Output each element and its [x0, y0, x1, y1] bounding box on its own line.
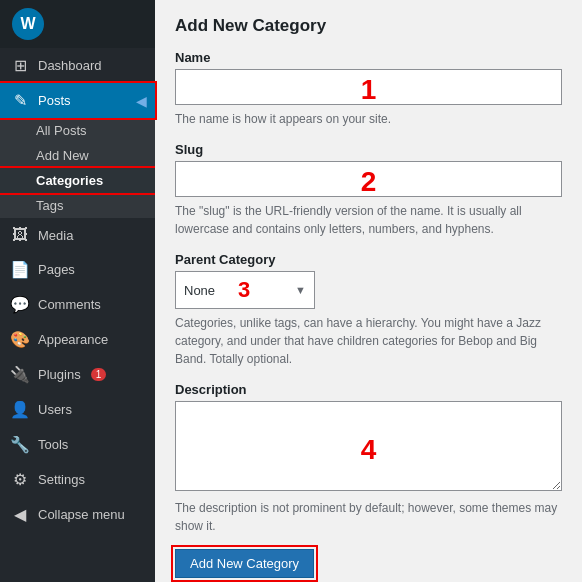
sidebar-item-label: Pages: [38, 262, 75, 277]
sidebar-item-label: Plugins: [38, 367, 81, 382]
slug-label: Slug: [175, 142, 562, 157]
sidebar-item-label: Dashboard: [38, 58, 102, 73]
sidebar-item-categories[interactable]: Categories: [0, 168, 155, 193]
parent-hint: Categories, unlike tags, can have a hier…: [175, 314, 562, 368]
users-icon: 👤: [10, 400, 30, 419]
sidebar-item-add-new[interactable]: Add New: [0, 143, 155, 168]
sidebar-item-label: Media: [38, 228, 73, 243]
name-input[interactable]: [175, 69, 562, 105]
name-label: Name: [175, 50, 562, 65]
name-hint: The name is how it appears on your site.: [175, 110, 562, 128]
parent-select-wrapper[interactable]: None 3 ▼: [175, 271, 315, 309]
posts-icon: ✎: [10, 91, 30, 110]
tools-icon: 🔧: [10, 435, 30, 454]
slug-input-wrapper: 2: [175, 161, 562, 202]
slug-input[interactable]: [175, 161, 562, 197]
sidebar-item-plugins[interactable]: 🔌 Plugins 1: [0, 357, 155, 392]
name-input-wrapper: 1: [175, 69, 562, 110]
description-label: Description: [175, 382, 562, 397]
sidebar-item-posts[interactable]: ✎ Posts ◀: [0, 83, 155, 118]
sidebar-item-label: Posts: [38, 93, 71, 108]
sidebar-item-collapse[interactable]: ◀ Collapse menu: [0, 497, 155, 532]
sidebar-item-pages[interactable]: 📄 Pages: [0, 252, 155, 287]
parent-number: 3: [238, 277, 250, 303]
sidebar-item-dashboard[interactable]: ⊞ Dashboard: [0, 48, 155, 83]
sidebar-item-tools[interactable]: 🔧 Tools: [0, 427, 155, 462]
sidebar-item-label: Collapse menu: [38, 507, 125, 522]
parent-field-group: Parent Category None 3 ▼ Categories, unl…: [175, 252, 562, 368]
appearance-icon: 🎨: [10, 330, 30, 349]
wp-logo-icon: W: [12, 8, 44, 40]
sidebar-item-settings[interactable]: ⚙ Settings: [0, 462, 155, 497]
description-textarea-wrapper: 4: [175, 401, 562, 499]
parent-label: Parent Category: [175, 252, 562, 267]
description-field-group: Description 4 The description is not pro…: [175, 382, 562, 535]
settings-icon: ⚙: [10, 470, 30, 489]
media-icon: 🖼: [10, 226, 30, 244]
sidebar-item-appearance[interactable]: 🎨 Appearance: [0, 322, 155, 357]
sidebar-item-label: Users: [38, 402, 72, 417]
add-category-button[interactable]: Add New Category: [175, 549, 314, 578]
page-title: Add New Category: [175, 16, 562, 36]
sidebar-item-tags[interactable]: Tags: [0, 193, 155, 218]
collapse-icon: ◀: [10, 505, 30, 524]
sidebar-item-comments[interactable]: 💬 Comments: [0, 287, 155, 322]
sidebar-item-all-posts[interactable]: All Posts: [0, 118, 155, 143]
dashboard-icon: ⊞: [10, 56, 30, 75]
select-arrow-icon: ▼: [295, 284, 306, 296]
posts-expand-icon: ◀: [136, 93, 147, 109]
sidebar-item-users[interactable]: 👤 Users: [0, 392, 155, 427]
sidebar-item-label: Appearance: [38, 332, 108, 347]
plugins-icon: 🔌: [10, 365, 30, 384]
posts-submenu: All Posts Add New Categories Tags: [0, 118, 155, 218]
comments-icon: 💬: [10, 295, 30, 314]
slug-field-group: Slug 2 The "slug" is the URL-friendly ve…: [175, 142, 562, 238]
sidebar-item-label: Comments: [38, 297, 101, 312]
sidebar-item-label: Tools: [38, 437, 68, 452]
name-field-group: Name 1 The name is how it appears on you…: [175, 50, 562, 128]
wp-logo-area: W: [0, 0, 155, 48]
parent-select[interactable]: None: [184, 283, 234, 298]
description-hint: The description is not prominent by defa…: [175, 499, 562, 535]
sidebar: W ⊞ Dashboard ✎ Posts ◀ All Posts Add Ne…: [0, 0, 155, 582]
slug-hint: The "slug" is the URL-friendly version o…: [175, 202, 562, 238]
pages-icon: 📄: [10, 260, 30, 279]
description-input[interactable]: [175, 401, 562, 491]
main-content: Add New Category Name 1 The name is how …: [155, 0, 582, 582]
sidebar-item-label: Settings: [38, 472, 85, 487]
sidebar-item-media[interactable]: 🖼 Media: [0, 218, 155, 252]
submit-wrapper: Add New Category: [175, 549, 562, 578]
plugins-badge: 1: [91, 368, 107, 381]
